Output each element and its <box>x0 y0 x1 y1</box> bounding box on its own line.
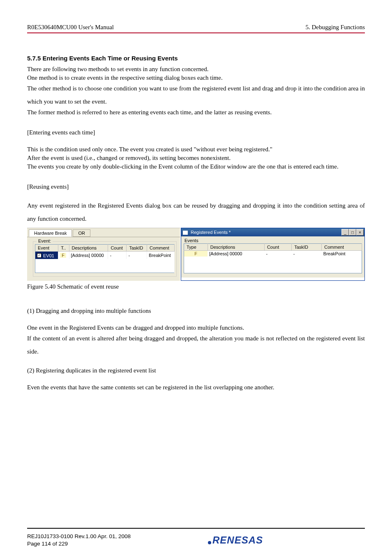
checkbox-icon[interactable]: ✓ <box>37 253 42 258</box>
col-count[interactable]: Count <box>264 244 291 251</box>
tab-bar: Hardware Break OR <box>27 228 180 237</box>
header-left: R0E530640MCU00 User's Manual <box>27 24 114 31</box>
events-label: Events <box>184 237 362 243</box>
body-text: After the event is used (i.e., changed o… <box>27 154 365 162</box>
col-type[interactable]: Type <box>184 244 208 251</box>
col-descriptions[interactable]: Descriptions <box>208 244 264 251</box>
subheading-entering: [Entering events each time] <box>27 128 365 137</box>
cell-taskid: - <box>292 251 322 257</box>
body-text: The other method is to choose one condit… <box>27 82 365 108</box>
section-heading: 5.7.5 Entering Events Each Time or Reusi… <box>27 55 365 62</box>
col-taskid[interactable]: TaskID <box>127 245 147 252</box>
subsection-1-heading: (1) Dragging and dropping into multiple … <box>27 307 365 315</box>
body-text: There are following two methods to set e… <box>27 65 365 74</box>
header-right: 5. Debugging Functions <box>305 24 365 31</box>
col-event[interactable]: Event <box>35 245 58 252</box>
event-checkbox-cell[interactable]: ✓ EV01 <box>37 253 55 258</box>
close-button[interactable]: × <box>356 229 364 236</box>
body-text: One method is to create events in the re… <box>27 74 365 82</box>
body-text: Any event registered in the Registered E… <box>27 199 365 225</box>
table-row <box>184 257 362 273</box>
table-row[interactable]: ✓ EV01 F [Address] 00000 - - BreakPoint <box>35 252 175 259</box>
figure-caption: Figure 5.40 Schematic of event reuse <box>27 283 365 290</box>
table-row[interactable]: F [Address] 00000 - - BreakPoint <box>184 251 362 257</box>
body-text: The events you create by only double-cli… <box>27 162 365 171</box>
cell-comment: BreakPoint <box>322 251 362 257</box>
logo-text: RENESAS <box>212 534 263 546</box>
tab-or[interactable]: OR <box>73 229 90 237</box>
footer-rule <box>27 528 365 529</box>
table-header-row: Event T.. Descriptions Count TaskID Comm… <box>35 245 175 252</box>
col-comment[interactable]: Comment <box>322 244 362 251</box>
page-footer: REJ10J1733-0100 Rev.1.00 Apr. 01, 2008 P… <box>27 528 365 548</box>
fieldset-legend: Event: <box>37 238 53 243</box>
type-f-cell: F <box>184 251 208 257</box>
cell-count: - <box>264 251 291 257</box>
event-table: Event T.. Descriptions Count TaskID Comm… <box>35 244 175 273</box>
col-t[interactable]: T.. <box>58 245 69 252</box>
page-header: R0E530640MCU00 User's Manual 5. Debuggin… <box>27 24 365 31</box>
body-text: Even the events that have the same conte… <box>27 383 365 392</box>
minimize-button[interactable]: _ <box>341 229 349 236</box>
cell-desc: [Address] 00000 <box>208 251 264 257</box>
body-text: If the content of an event is altered af… <box>27 332 365 358</box>
body-text: The former method is referred to here as… <box>27 108 365 117</box>
window-title: Registered Events * <box>183 230 231 235</box>
event-fieldset: Event: Event T.. Descriptions Count Task… <box>33 241 177 277</box>
renesas-logo: RENESAS <box>208 534 263 546</box>
cell-desc: [Address] 00000 <box>69 252 108 259</box>
body-text: This is the condition used only once. Th… <box>27 145 365 154</box>
col-taskid[interactable]: TaskID <box>292 244 322 251</box>
body-text: One event in the Registered Events can b… <box>27 324 365 332</box>
table-row <box>35 259 175 273</box>
cell-count: - <box>108 252 127 259</box>
event-id: EV01 <box>42 253 55 258</box>
window-titlebar[interactable]: Registered Events * _ □ × <box>181 228 364 236</box>
col-descriptions[interactable]: Descriptions <box>69 245 108 252</box>
footer-page-number: Page 114 of 229 <box>27 540 131 548</box>
cell-comment: BreakPoint <box>147 252 175 259</box>
figure-5-40: Hardware Break OR Event: Event T.. Descr… <box>27 228 365 290</box>
col-count[interactable]: Count <box>108 245 127 252</box>
table-header-row: Type Descriptions Count TaskID Comment <box>184 244 362 251</box>
subheading-reusing: [Reusing events] <box>27 183 365 191</box>
logo-dot-icon <box>208 541 211 544</box>
cell-taskid: - <box>127 252 147 259</box>
maximize-button[interactable]: □ <box>349 229 356 236</box>
hardware-break-panel: Hardware Break OR Event: Event T.. Descr… <box>27 228 180 281</box>
registered-events-window: Registered Events * _ □ × Events Type De… <box>181 228 365 281</box>
tab-hardware-break[interactable]: Hardware Break <box>29 229 72 237</box>
subsection-2-heading: (2) Registering duplicates in the regist… <box>27 366 365 375</box>
footer-doc-id: REJ10J1733-0100 Rev.1.00 Apr. 01, 2008 <box>27 533 131 540</box>
registered-events-table: Type Descriptions Count TaskID Comment F… <box>184 243 362 273</box>
col-comment[interactable]: Comment <box>147 245 175 252</box>
type-f-cell: F <box>60 253 66 258</box>
app-icon <box>183 231 188 235</box>
